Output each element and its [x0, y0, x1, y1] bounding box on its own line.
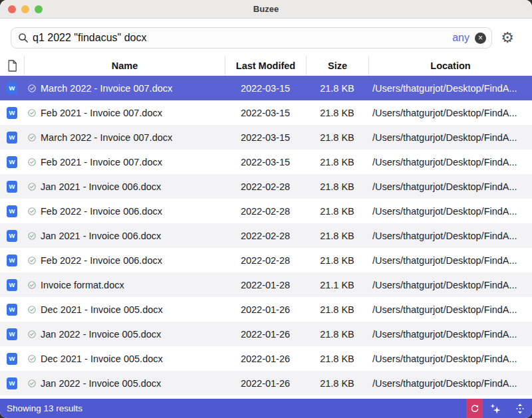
file-size-cell: 21.8 KB: [306, 76, 368, 100]
table-row[interactable]: W Feb 2021 - Invoice 007.docx 2022-03-15…: [0, 150, 532, 174]
column-header-size[interactable]: Size: [306, 56, 368, 76]
file-name: Feb 2021 - Invoice 007.docx: [41, 108, 162, 118]
results-table: W March 2022 - Invoice 007.docx 2022-03-…: [0, 76, 532, 399]
file-size-cell: 21.1 KB: [306, 272, 368, 297]
column-header-name[interactable]: Name: [24, 56, 225, 76]
file-name-cell: Dec 2021 - Invoice 005.docx: [24, 297, 225, 322]
file-size-cell: 21.8 KB: [306, 248, 368, 272]
modified-date-cell: 2022-03-15: [225, 100, 306, 125]
file-name: Jan 2022 - Invoice 005.docx: [41, 378, 161, 389]
file-type-cell: W: [0, 150, 24, 174]
table-row[interactable]: W Dec 2021 - Invoice 005.docx 2022-01-26…: [0, 297, 532, 322]
word-file-icon: W: [7, 279, 17, 291]
check-circle-icon: [28, 306, 36, 314]
file-size-cell: 21.8 KB: [306, 174, 368, 199]
file-location-cell: /Users/thatgurjot/Desktop/FindA...: [368, 100, 532, 125]
word-file-icon: W: [7, 377, 17, 389]
column-header-filetype[interactable]: [0, 56, 24, 76]
table-row[interactable]: W March 2022 - Invoice 007.docx 2022-03-…: [0, 125, 532, 150]
column-header-modified[interactable]: Last Modifed: [225, 56, 306, 76]
modified-date-cell: 2022-03-15: [225, 150, 306, 174]
clear-search-button[interactable]: ×: [475, 33, 486, 44]
table-row[interactable]: W Jan 2021 - Invoice 006.docx 2022-02-28…: [0, 174, 532, 199]
table-row[interactable]: W Invoice format.docx 2022-01-28 21.1 KB…: [0, 272, 532, 297]
word-file-icon: W: [7, 205, 17, 217]
modified-date-cell: 2022-01-26: [225, 297, 306, 322]
file-name: March 2022 - Invoice 007.docx: [41, 83, 172, 94]
table-row[interactable]: W Feb 2022 - Invoice 006.docx 2022-02-28…: [0, 248, 532, 272]
refresh-button[interactable]: [466, 399, 483, 418]
document-icon: [7, 60, 17, 72]
refresh-sync-icon: [470, 404, 479, 413]
search-input[interactable]: [29, 32, 452, 44]
column-header-location[interactable]: Location: [368, 56, 532, 76]
file-name: Invoice format.docx: [41, 280, 124, 290]
minimize-window-button[interactable]: [21, 5, 29, 13]
vertical-arrows-icon: [515, 403, 525, 414]
file-name-cell: Feb 2022 - Invoice 006.docx: [24, 248, 225, 272]
file-name: Feb 2021 - Invoice 007.docx: [41, 157, 162, 167]
sparkles-icon: [489, 403, 501, 415]
table-row[interactable]: W Jan 2022 - Invoice 005.docx 2022-01-26…: [0, 371, 532, 395]
file-size-cell: 21.8 KB: [306, 223, 368, 248]
file-type-cell: W: [0, 76, 24, 100]
table-row[interactable]: W Feb 2021 - Invoice 007.docx 2022-03-15…: [0, 100, 532, 125]
table-row[interactable]: W Jan 2022 - Invoice 005.docx 2022-01-26…: [0, 322, 532, 346]
file-size-cell: 21.8 KB: [306, 125, 368, 150]
ai-sparkles-button[interactable]: [483, 399, 507, 418]
table-row[interactable]: W Feb 2022 - Invoice 006.docx 2022-02-28…: [0, 199, 532, 223]
word-file-icon: W: [7, 181, 17, 193]
file-name: March 2022 - Invoice 007.docx: [41, 132, 172, 143]
file-name-cell: Jan 2021 - Invoice 006.docx: [24, 223, 225, 248]
table-row[interactable]: W Jan 2021 - Invoice 006.docx 2022-02-28…: [0, 223, 532, 248]
search-box[interactable]: any ×: [11, 27, 492, 49]
title-bar: Buzee: [0, 0, 532, 19]
results-count-text: Showing 13 results: [0, 403, 466, 413]
word-file-icon: W: [7, 132, 17, 144]
word-file-icon: W: [7, 82, 17, 94]
modified-date-cell: 2022-01-28: [225, 272, 306, 297]
file-name-cell: March 2022 - Invoice 007.docx: [24, 76, 225, 100]
word-file-icon: W: [7, 304, 17, 316]
file-name: Feb 2022 - Invoice 006.docx: [41, 206, 162, 217]
settings-gear-icon[interactable]: ⚙: [492, 31, 523, 45]
file-location-cell: /Users/thatgurjot/Desktop/FindA...: [368, 248, 532, 272]
zoom-window-button[interactable]: [35, 5, 43, 13]
file-name: Feb 2022 - Invoice 006.docx: [41, 255, 162, 266]
table-row[interactable]: W Dec 2021 - Invoice 005.docx 2022-01-26…: [0, 346, 532, 371]
file-size-cell: 21.8 KB: [306, 150, 368, 174]
modified-date-cell: 2022-03-15: [225, 76, 306, 100]
expand-collapse-button[interactable]: [507, 399, 532, 418]
check-circle-icon: [28, 281, 36, 289]
file-name-cell: March 2022 - Invoice 007.docx: [24, 125, 225, 150]
check-circle-icon: [28, 134, 36, 142]
modified-date-cell: 2022-01-26: [225, 322, 306, 346]
word-file-icon: W: [7, 328, 17, 340]
file-location-cell: /Users/thatgurjot/Desktop/FindA...: [368, 76, 532, 100]
word-file-icon: W: [7, 230, 17, 242]
check-circle-icon: [28, 84, 36, 92]
modified-date-cell: 2022-02-28: [225, 223, 306, 248]
modified-date-cell: 2022-02-28: [225, 199, 306, 223]
file-name-cell: Feb 2021 - Invoice 007.docx: [24, 150, 225, 174]
search-scope-selector[interactable]: any: [452, 32, 469, 44]
file-type-cell: W: [0, 125, 24, 150]
close-window-button[interactable]: [8, 5, 16, 13]
file-name-cell: Invoice format.docx: [24, 272, 225, 297]
file-location-cell: /Users/thatgurjot/Desktop/FindA...: [368, 371, 532, 395]
file-name: Jan 2022 - Invoice 005.docx: [41, 329, 161, 340]
file-name-cell: Feb 2022 - Invoice 006.docx: [24, 199, 225, 223]
check-circle-icon: [28, 355, 36, 363]
file-size-cell: 21.8 KB: [306, 371, 368, 395]
modified-date-cell: 2022-03-15: [225, 125, 306, 150]
app-window: Buzee any × ⚙ Name La: [0, 0, 532, 418]
file-size-cell: 21.8 KB: [306, 199, 368, 223]
modified-date-cell: 2022-01-26: [225, 371, 306, 395]
file-location-cell: /Users/thatgurjot/Desktop/FindA...: [368, 272, 532, 297]
file-type-cell: W: [0, 100, 24, 125]
traffic-lights: [8, 5, 43, 13]
word-file-icon: W: [7, 255, 17, 266]
table-header: Name Last Modifed Size Location: [0, 56, 532, 76]
file-name-cell: Jan 2022 - Invoice 005.docx: [24, 371, 225, 395]
table-row[interactable]: W March 2022 - Invoice 007.docx 2022-03-…: [0, 76, 532, 100]
